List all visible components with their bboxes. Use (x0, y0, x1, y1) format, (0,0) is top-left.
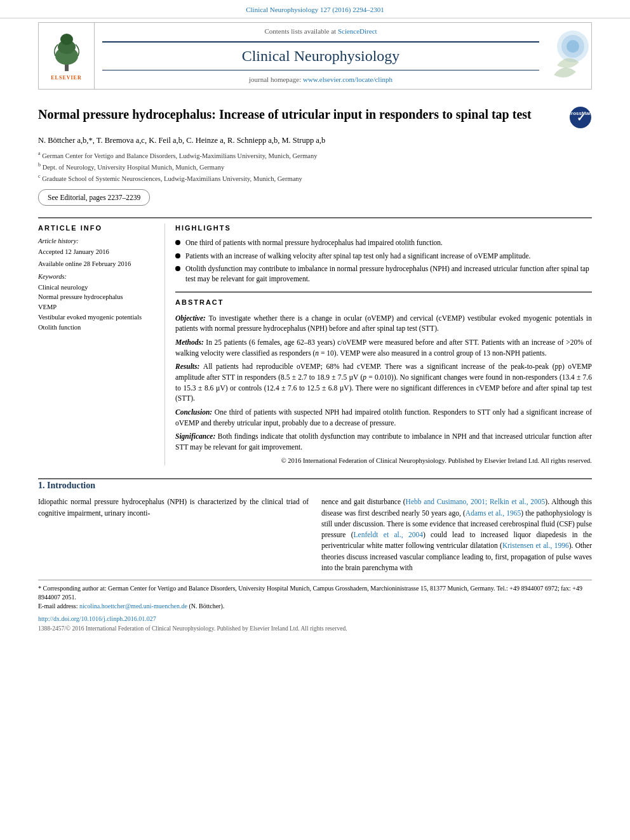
top-citation-bar: Clinical Neurophysiology 127 (2016) 2294… (0, 0, 630, 18)
conclusion-label: Conclusion: (175, 408, 215, 416)
footnote-star: * Corresponding author at: German Center… (38, 585, 582, 601)
journal-info-col: Contents lists available at ScienceDirec… (95, 23, 547, 88)
authors-line: N. Böttcher a,b,*, T. Bremova a,c, K. Fe… (38, 135, 592, 147)
keyword-2: Normal pressure hydrocephalus (38, 293, 154, 302)
lenfeldt-link[interactable]: Lenfeldt et al., 2004 (354, 531, 423, 538)
affiliation-c: c Graduate School of Systemic Neuroscien… (38, 173, 592, 183)
keyword-5: Otolith function (38, 323, 154, 333)
contents-text: Contents lists available at (264, 27, 337, 35)
affil-c-text: Graduate School of Systemic Neuroscience… (42, 175, 302, 182)
conclusion-text: One third of patients with suspected NPH… (175, 408, 592, 427)
article-title: Normal pressure hydrocephalus: Increase … (38, 106, 569, 123)
keyword-4: Vestibular evoked myogenic potentials (38, 313, 154, 323)
history-label: Article history: (38, 237, 154, 246)
contents-line: Contents lists available at ScienceDirec… (102, 27, 539, 36)
elsevier-tree-icon (48, 30, 86, 72)
email-label: E-mail address: (38, 603, 79, 610)
highlight-item-2: Patients with an increase of walking vel… (175, 251, 592, 262)
highlight-text-2: Patients with an increase of walking vel… (185, 251, 530, 262)
article-info-heading: ARTICLE INFO (38, 223, 154, 233)
main-content: Normal pressure hydrocephalus: Increase … (0, 90, 630, 472)
authors-text: N. Böttcher a,b,*, T. Bremova a,c, K. Fe… (38, 136, 325, 145)
journal-title: Clinical Neurophysiology (102, 41, 539, 71)
homepage-url[interactable]: www.elsevier.com/locate/clinph (303, 76, 392, 83)
svg-point-6 (566, 40, 579, 53)
keywords-list: Clinical neurology Normal pressure hydro… (38, 283, 154, 332)
footnote-corresponding: * Corresponding author at: German Center… (38, 584, 592, 602)
methods-text: In 25 patients (6 females, age 62–83 yea… (175, 338, 592, 357)
keyword-1: Clinical neurology (38, 283, 154, 293)
adams-link[interactable]: Adams et al., 1965 (466, 509, 521, 517)
citation-text: Clinical Neurophysiology 127 (2016) 2294… (246, 6, 384, 13)
two-col-intro: Idiopathic normal pressure hydrocephalus… (38, 497, 592, 573)
abstract-results: Results: All patients had reproducible o… (175, 361, 592, 404)
intro-heading: 1. Introduction (38, 479, 592, 492)
decoration-icon (547, 27, 591, 84)
elsevier-label: ELSEVIER (51, 74, 81, 81)
crossmark-badge[interactable]: CrossMark ✓ (569, 106, 592, 129)
sciencedirect-link[interactable]: ScienceDirect (338, 27, 377, 35)
doi-link[interactable]: http://dx.doi.org/10.1016/j.clinph.2016.… (38, 615, 156, 622)
introduction-section: 1. Introduction Idiopathic normal pressu… (0, 479, 630, 573)
highlight-text-1: One third of patients with normal pressu… (185, 238, 443, 248)
abstract-objective: Objective: To investigate whether there … (175, 313, 592, 334)
affil-b-text: Dept. of Neurology, University Hospital … (43, 164, 225, 171)
email-link[interactable]: nicolina.hoettcher@med.uni-muenchen.de (79, 603, 187, 610)
affiliation-b: b Dept. of Neurology, University Hospita… (38, 161, 592, 172)
elsevier-logo-col: ELSEVIER (39, 23, 95, 88)
homepage-line: journal homepage: www.elsevier.com/locat… (102, 75, 539, 84)
article-title-container: Normal pressure hydrocephalus: Increase … (38, 106, 592, 129)
affil-a-text: German Center for Vertigo and Balance Di… (42, 152, 317, 159)
abstract-methods: Methods: In 25 patients (6 females, age … (175, 337, 592, 358)
header-decoration (547, 23, 591, 88)
abstract-significance: Significance: Both findings indicate tha… (175, 431, 592, 452)
accepted-date: Accepted 12 January 2016 (38, 248, 154, 257)
objective-text: To investigate whether there is a change… (175, 314, 592, 333)
significance-label: Significance: (175, 432, 218, 440)
available-online: Available online 28 February 2016 (38, 260, 154, 269)
significance-text: Both findings indicate that otolith dysf… (175, 432, 592, 451)
highlight-item-1: One third of patients with normal pressu… (175, 238, 592, 248)
abstract-section: ABSTRACT Objective: To investigate wheth… (175, 291, 592, 465)
divider-thick (38, 217, 592, 218)
intro-col-right: nence and gait disturbance (Hebb and Cus… (321, 497, 592, 573)
article-body: ARTICLE INFO Article history: Accepted 1… (38, 223, 592, 465)
results-text: All patients had reproducible oVEMP; 68%… (175, 363, 592, 402)
abstract-conclusion: Conclusion: One third of patients with s… (175, 407, 592, 428)
editorial-button-container: See Editorial, pages 2237–2239 (38, 189, 592, 212)
highlight-text-3: Otolith dysfunction may contribute to im… (185, 264, 592, 284)
keyword-3: VEMP (38, 303, 154, 312)
page-wrapper: Clinical Neurophysiology 127 (2016) 2294… (0, 0, 630, 637)
hebb-link[interactable]: Hebb and Cusimano, 2001; Relkin et al., … (406, 498, 546, 505)
footnote-email: E-mail address: nicolina.hoettcher@med.u… (38, 602, 592, 611)
intro-col-left: Idiopathic normal pressure hydrocephalus… (38, 497, 309, 573)
footnote-area: * Corresponding author at: German Center… (38, 580, 592, 611)
article-info-col: ARTICLE INFO Article history: Accepted 1… (38, 223, 165, 465)
methods-label: Methods: (175, 338, 206, 346)
intro-col-right-text: nence and gait disturbance (Hebb and Cus… (321, 497, 592, 573)
abstract-heading: ABSTRACT (175, 298, 592, 307)
highlights-heading: HIGHLIGHTS (175, 223, 592, 233)
bottom-links: http://dx.doi.org/10.1016/j.clinph.2016.… (0, 611, 630, 637)
highlight-bullet-3 (175, 266, 180, 271)
editorial-button[interactable]: See Editorial, pages 2237–2239 (38, 189, 150, 206)
objective-label: Objective: (175, 314, 208, 322)
homepage-text: journal homepage: (249, 76, 303, 83)
svg-text:✓: ✓ (577, 112, 585, 123)
highlight-bullet-2 (175, 253, 180, 258)
highlight-bullet-1 (175, 240, 180, 245)
results-label: Results: (175, 363, 203, 370)
kristensen-link[interactable]: Kristensen et al., 1996 (502, 542, 569, 549)
svg-point-3 (60, 34, 73, 45)
issn-line: 1388-2457/© 2016 International Federatio… (38, 625, 592, 633)
affiliations: a German Center for Vertigo and Balance … (38, 150, 592, 184)
intro-col-left-text: Idiopathic normal pressure hydrocephalus… (38, 497, 309, 519)
email-suffix: (N. Böttcher). (187, 603, 224, 610)
abstract-text: Objective: To investigate whether there … (175, 313, 592, 465)
affiliation-a: a German Center for Vertigo and Balance … (38, 150, 592, 161)
copyright-line: © 2016 International Federation of Clini… (175, 456, 592, 465)
keywords-label: Keywords: (38, 272, 154, 282)
journal-header-container: ELSEVIER Contents lists available at Sci… (38, 22, 592, 89)
highlights-col: HIGHLIGHTS One third of patients with no… (165, 223, 592, 465)
highlight-item-3: Otolith dysfunction may contribute to im… (175, 264, 592, 284)
